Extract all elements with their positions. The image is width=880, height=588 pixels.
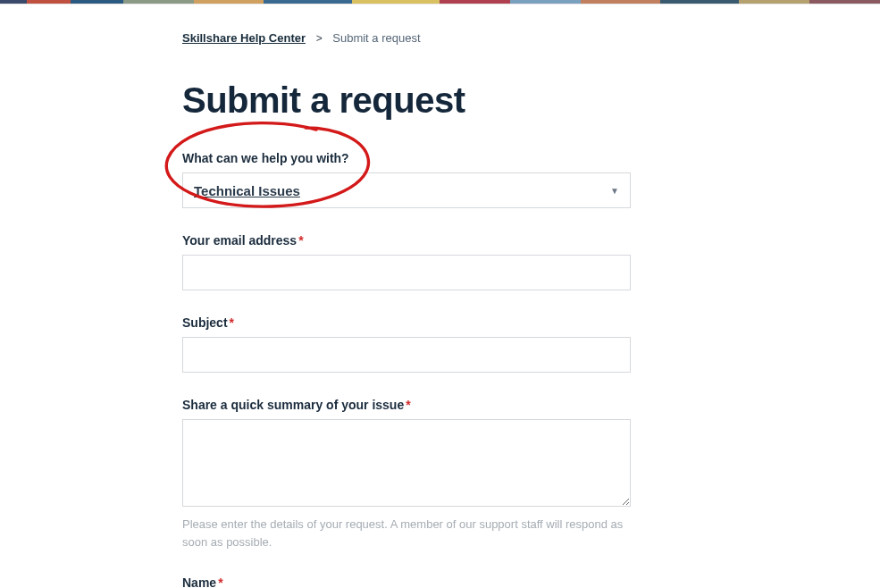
main-container: Skillshare Help Center > Submit a reques… — [182, 4, 813, 588]
help-with-select[interactable]: Technical Issues ▼ — [182, 172, 631, 208]
chevron-down-icon: ▼ — [610, 186, 619, 196]
summary-label-text: Share a quick summary of your issue — [182, 398, 404, 412]
help-with-label: What can we help you with? — [182, 151, 631, 165]
required-marker: * — [230, 315, 234, 330]
summary-label: Share a quick summary of your issue* — [182, 398, 631, 412]
summary-hint: Please enter the details of your request… — [182, 516, 631, 550]
email-label-text: Your email address — [182, 233, 297, 248]
breadcrumb: Skillshare Help Center > Submit a reques… — [182, 31, 813, 45]
subject-label: Subject* — [182, 315, 631, 330]
page-title: Submit a request — [182, 80, 813, 121]
breadcrumb-current: Submit a request — [332, 31, 420, 45]
page-root: Skillshare Help Center > Submit a reques… — [0, 0, 880, 588]
help-with-selected-value: Technical Issues — [194, 183, 300, 198]
field-name: Name* — [182, 575, 631, 588]
email-input[interactable] — [182, 255, 631, 290]
breadcrumb-home-link[interactable]: Skillshare Help Center — [182, 31, 306, 45]
subject-input[interactable] — [182, 337, 631, 373]
name-label-text: Name — [182, 575, 216, 588]
field-help-with: What can we help you with? Technical Iss… — [182, 151, 631, 208]
field-subject: Subject* — [182, 315, 631, 373]
field-email: Your email address* — [182, 233, 631, 290]
subject-label-text: Subject — [182, 315, 228, 330]
summary-textarea[interactable] — [182, 419, 631, 507]
name-label: Name* — [182, 575, 631, 588]
breadcrumb-separator: > — [316, 32, 323, 45]
required-marker: * — [298, 233, 303, 248]
email-label: Your email address* — [182, 233, 631, 248]
field-summary: Share a quick summary of your issue* Ple… — [182, 398, 631, 550]
required-marker: * — [218, 575, 222, 588]
required-marker: * — [406, 398, 410, 412]
